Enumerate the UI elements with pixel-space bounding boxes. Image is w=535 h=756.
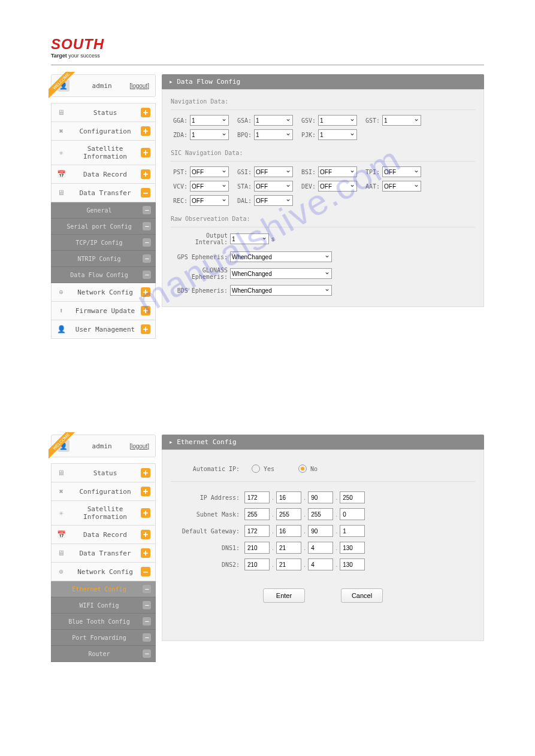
ip-octet[interactable]	[308, 491, 333, 503]
select-sta[interactable]: OFF	[254, 181, 293, 192]
ip-octet[interactable]	[308, 508, 333, 520]
ip-octet[interactable]	[244, 508, 270, 520]
nav-configuration[interactable]: ✖ Configuration +	[51, 482, 156, 501]
ip-octet[interactable]	[276, 525, 301, 537]
nav-data-transfer[interactable]: 🖥 Data Transfer −	[51, 184, 156, 202]
subnav-wifi-config[interactable]: WIFI Config −	[51, 597, 156, 614]
select-rec[interactable]: OFF	[190, 195, 229, 206]
enter-button[interactable]: Enter	[263, 588, 305, 603]
eph-select[interactable]: WhenChanged	[230, 251, 332, 262]
ip-label: DNS2:	[171, 561, 240, 568]
field-label-bsi: BSI:	[299, 169, 316, 175]
nav-satellite-information[interactable]: ✳ Satellite Information +	[51, 141, 156, 165]
nav-label: Data Transfer	[69, 549, 141, 557]
subnav-router[interactable]: Router −	[51, 646, 156, 662]
wrench-icon: ✖	[56, 487, 66, 496]
field-label-gsi: GSI:	[235, 169, 252, 175]
select-gsv[interactable]: 1	[318, 115, 357, 126]
subnav-data-flow-config[interactable]: Data Flow Config −	[51, 267, 156, 283]
logout-link[interactable]: [logout]	[129, 443, 149, 450]
field-label-gsv: GSV:	[299, 117, 316, 124]
subnav-port-forwarding[interactable]: Port Forwarding −	[51, 630, 156, 646]
ip-octet[interactable]	[276, 558, 301, 570]
nav-firmware-update[interactable]: ⬆ Firmware Update +	[51, 302, 156, 320]
nav-label: Data Record	[69, 171, 141, 178]
nav-label: Status	[69, 109, 141, 117]
ip-octet[interactable]	[340, 558, 365, 570]
nav-configuration[interactable]: ✖ Configuration +	[51, 122, 156, 141]
nav-data-record[interactable]: 📅 Data Record +	[51, 526, 156, 544]
ip-octet[interactable]	[340, 491, 365, 503]
subnav-label: Serial port Config	[56, 223, 143, 230]
subnav-general[interactable]: General −	[51, 202, 156, 218]
eph-select[interactable]: WhenChanged	[230, 268, 332, 279]
select-gsi[interactable]: OFF	[254, 166, 293, 177]
eph-label: BDS Ephemeris:	[171, 287, 228, 294]
ip-octet[interactable]	[308, 558, 333, 570]
ip-octet[interactable]	[244, 525, 270, 537]
select-gsa[interactable]: 1	[254, 115, 293, 126]
ip-label: DNS1:	[171, 545, 240, 551]
up-icon: ⬆	[56, 306, 66, 315]
ip-octet[interactable]	[244, 542, 270, 554]
nav-data-record[interactable]: 📅 Data Record +	[51, 165, 156, 184]
ip-octet[interactable]	[276, 491, 301, 503]
divider	[51, 65, 484, 65]
select-bpq[interactable]: 1	[254, 129, 293, 140]
ip-octet[interactable]	[340, 542, 365, 554]
nav-network-config[interactable]: ⊕ Network Config −	[51, 563, 156, 581]
section-raw-data: Raw Observeation Data:	[171, 213, 475, 227]
ip-octet[interactable]	[340, 525, 365, 537]
screen-ethernet: 👤 admin [logout] 🖥 Status + ✖ Configurat…	[51, 435, 484, 662]
toggle-icon: +	[141, 126, 150, 136]
subnav-blue-tooth-config[interactable]: Blue Tooth Config −	[51, 614, 156, 630]
ip-label: Default Gateway:	[171, 528, 240, 535]
subnav-label: Port Forwarding	[56, 634, 143, 641]
collapse-icon: −	[143, 254, 151, 263]
monitor-icon: 🖥	[56, 108, 66, 117]
sat-icon: ✳	[56, 148, 66, 157]
toggle-icon: +	[141, 148, 150, 157]
ip-octet[interactable]	[244, 491, 270, 503]
select-tpi[interactable]: OFF	[382, 166, 421, 177]
nav-satellite-information[interactable]: ✳ Satellite Information +	[51, 501, 156, 526]
output-interval-select[interactable]: 1	[230, 233, 269, 244]
ip-octet[interactable]	[276, 542, 301, 554]
toggle-icon: +	[141, 287, 150, 297]
ip-octet[interactable]	[276, 508, 301, 520]
select-vcv[interactable]: OFF	[190, 181, 229, 192]
select-pjk[interactable]: 1	[318, 129, 357, 140]
radio-no[interactable]: No	[298, 464, 318, 473]
nav-status[interactable]: 🖥 Status +	[51, 103, 156, 122]
select-bsi[interactable]: OFF	[318, 166, 357, 177]
subnav-ethernet-config[interactable]: Ethernet Config −	[51, 581, 156, 597]
cal-icon: 📅	[56, 170, 66, 178]
ip-octet[interactable]	[244, 558, 270, 570]
select-dal[interactable]: OFF	[254, 195, 293, 206]
logout-link[interactable]: [logout]	[129, 83, 149, 89]
subnav-serial-port-config[interactable]: Serial port Config −	[51, 218, 156, 235]
cancel-button[interactable]: Cancel	[341, 588, 383, 603]
select-gst[interactable]: 1	[382, 115, 421, 126]
select-zda[interactable]: 1	[190, 129, 229, 140]
nav-data-transfer[interactable]: 🖥 Data Transfer +	[51, 544, 156, 563]
select-dev[interactable]: OFF	[318, 181, 357, 192]
section-sic-data: SIC Navigation Data:	[171, 147, 475, 162]
ip-octet[interactable]	[308, 525, 333, 537]
eph-label: GPS Ephemeris:	[171, 254, 228, 260]
ip-octet[interactable]	[308, 542, 333, 554]
nav-user-management[interactable]: 👤 User Management +	[51, 320, 156, 339]
radio-yes[interactable]: Yes	[252, 464, 274, 473]
nav-status[interactable]: 🖥 Status +	[51, 463, 156, 482]
output-interval-label: Output Interval:	[171, 232, 228, 245]
radio-icon	[298, 464, 307, 473]
collapse-icon: −	[143, 206, 151, 214]
select-aat[interactable]: OFF	[382, 181, 421, 192]
eph-select[interactable]: WhenChanged	[230, 285, 332, 296]
ip-octet[interactable]	[340, 508, 365, 520]
select-gga[interactable]: 1	[190, 115, 229, 126]
select-pst[interactable]: OFF	[190, 166, 229, 177]
nav-network-config[interactable]: ⊕ Network Config +	[51, 283, 156, 302]
subnav-tcp/ip-config[interactable]: TCP/IP Config −	[51, 235, 156, 251]
subnav-ntrip-config[interactable]: NTRIP Config −	[51, 251, 156, 267]
